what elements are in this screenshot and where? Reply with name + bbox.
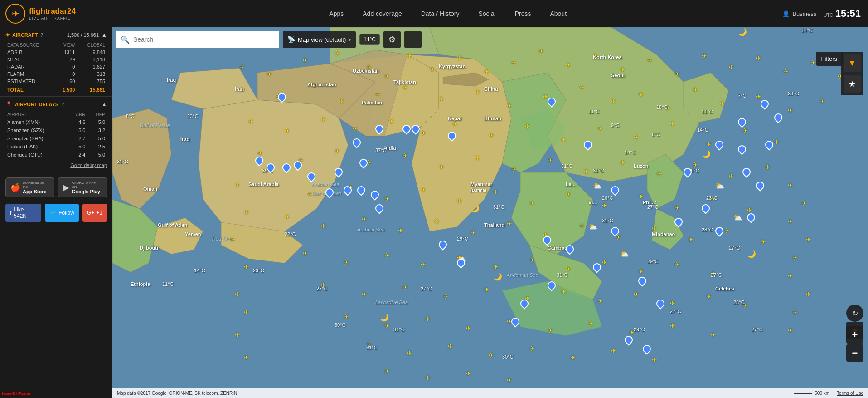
plane-icon: ✈ xyxy=(511,59,517,66)
arr-haikou: 5.0 xyxy=(67,142,87,151)
plane-icon: ✈ xyxy=(570,354,576,361)
map-view-selector[interactable]: 📡 Map view (default) ▾ xyxy=(283,31,356,48)
map-controls-top: 🔍 📡 Map view (default) ▾ 11°C ⚙ ⛶ xyxy=(116,31,864,48)
plane-icon: ✈ xyxy=(579,84,585,91)
plane-icon: ✈ xyxy=(398,227,403,234)
twitter-follow-button[interactable]: 🐦 Follow xyxy=(45,204,79,222)
delays-help-icon[interactable]: ? xyxy=(61,102,64,107)
plane-icon: ✈ xyxy=(702,52,707,59)
plane-icon: ✈ xyxy=(271,182,276,189)
view-mlat: 29 xyxy=(54,56,77,63)
table-row: FLARM 0 313 xyxy=(5,70,107,78)
user-account[interactable]: 👤 Business xyxy=(782,10,816,17)
filters-label[interactable]: Filters xyxy=(816,52,843,66)
google-plus-button[interactable]: G+ +1 xyxy=(82,204,107,222)
plane-icon: ✈ xyxy=(285,127,290,134)
plane-icon: ✈ xyxy=(493,188,499,196)
aircraft-help-icon[interactable]: ? xyxy=(40,33,43,38)
airport-marker xyxy=(643,345,650,354)
plane-icon: ✈ xyxy=(561,288,567,295)
map-area[interactable]: Iraq Iran Afghanistan Uzbekistan Tajikis… xyxy=(112,27,868,398)
nav-apps[interactable]: Apps xyxy=(326,6,346,21)
nav-press[interactable]: Press xyxy=(512,6,534,21)
funnel-icon: ▼ xyxy=(848,59,856,68)
airport-marker xyxy=(520,300,528,309)
plane-icon: ✈ xyxy=(407,52,412,59)
nav-add-coverage[interactable]: Add coverage xyxy=(360,6,404,21)
airport-marker xyxy=(375,125,383,134)
rotate-button[interactable]: ↻ xyxy=(846,305,863,322)
plane-icon: ✈ xyxy=(597,125,603,132)
header-right: 👤 Business UTC 15:51 xyxy=(782,8,868,20)
plane-icon: ✈ xyxy=(335,147,340,155)
facebook-like-button[interactable]: f Like 542K xyxy=(5,204,41,222)
plane-icon: ✈ xyxy=(443,293,449,300)
plane-icon: ✈ xyxy=(235,182,240,189)
facebook-like-label: Like 542K xyxy=(14,206,37,219)
plane-icon: ✈ xyxy=(584,168,589,175)
plane-icon: ✈ xyxy=(783,68,789,75)
plane-icon: ✈ xyxy=(756,54,761,62)
search-box[interactable]: 🔍 xyxy=(116,31,279,48)
airport-marker xyxy=(611,227,618,236)
plane-icon: ✈ xyxy=(674,70,680,78)
plane-icon: ✈ xyxy=(489,132,494,139)
zoom-in-button[interactable]: + xyxy=(846,326,863,344)
plane-icon: ✈ xyxy=(765,163,771,171)
fullscreen-button[interactable]: ⛶ xyxy=(404,31,422,48)
google-play-name: Google Play xyxy=(72,189,102,194)
plane-icon: ✈ xyxy=(788,327,793,334)
view-radar: 0 xyxy=(54,63,77,70)
plane-icon: ✈ xyxy=(566,265,571,273)
terms-link[interactable]: Terms of Use xyxy=(837,391,863,396)
plane-icon: ✈ xyxy=(652,225,657,232)
filter-star-button[interactable]: ★ xyxy=(844,75,861,93)
search-icon: 🔍 xyxy=(121,35,130,44)
filter-funnel-button[interactable]: ▼ xyxy=(844,54,861,72)
plane-icon: ✈ xyxy=(801,200,807,207)
airport-marker xyxy=(761,100,768,109)
go-to-delay-link[interactable]: Go to delay map xyxy=(5,162,107,168)
zoom-out-button[interactable]: − xyxy=(846,344,863,362)
airport-marker xyxy=(593,263,600,272)
weather-cloud4-icon: ⛅ xyxy=(588,222,597,231)
plane-icon: ✈ xyxy=(434,218,440,225)
app-store-name: App Store xyxy=(23,189,49,194)
plane-icon: ✈ xyxy=(312,82,317,89)
data-source-header: DATA SOURCE xyxy=(5,42,54,49)
plane-icon: ✈ xyxy=(788,107,793,114)
aircraft-chevron-icon[interactable]: ▲ xyxy=(102,32,107,38)
plane-icon: ✈ xyxy=(489,352,494,359)
plane-icon: ✈ xyxy=(792,309,798,316)
source-ads-b: ADS-B xyxy=(5,49,54,56)
plane-icon: ✈ xyxy=(335,50,340,57)
airport-marker xyxy=(344,186,351,195)
airport-marker xyxy=(756,182,763,191)
search-input[interactable] xyxy=(133,36,275,43)
delays-chevron-icon[interactable]: ▲ xyxy=(102,101,107,108)
plane-icon: ✈ xyxy=(285,213,290,221)
table-row: MLAT 29 3,118 xyxy=(5,56,107,63)
settings-button[interactable]: ⚙ xyxy=(383,31,401,48)
plane-icon: ✈ xyxy=(362,290,367,298)
plane-icon: ✈ xyxy=(239,86,245,93)
nav-social[interactable]: Social xyxy=(476,6,499,21)
nav-about[interactable]: About xyxy=(547,6,569,21)
google-play-button[interactable]: ▶ ANDROID APP ON Google Play xyxy=(58,177,107,197)
social-row: f Like 542K 🐦 Follow G+ +1 xyxy=(0,202,112,226)
plane-icon: ✈ xyxy=(602,259,607,266)
plane-icon: ✈ xyxy=(366,340,372,348)
app-store-button[interactable]: 🍎 Download on the App Store xyxy=(5,177,54,197)
airport-marker xyxy=(584,141,591,150)
airport-marker xyxy=(255,157,262,166)
source-estimated: ESTIMATED xyxy=(5,78,54,85)
plane-icon: ✈ xyxy=(720,100,725,107)
airport-marker xyxy=(715,141,723,150)
view-total: 1,500 xyxy=(54,85,77,94)
airport-marker xyxy=(765,141,772,150)
google-play-sub: ANDROID APP ON xyxy=(72,181,102,189)
plane-icon: ✈ xyxy=(810,59,816,66)
nav-data-history[interactable]: Data / History xyxy=(418,6,462,21)
table-row: RADAR 0 1,627 xyxy=(5,63,107,70)
plane-icon: ✈ xyxy=(602,202,607,209)
